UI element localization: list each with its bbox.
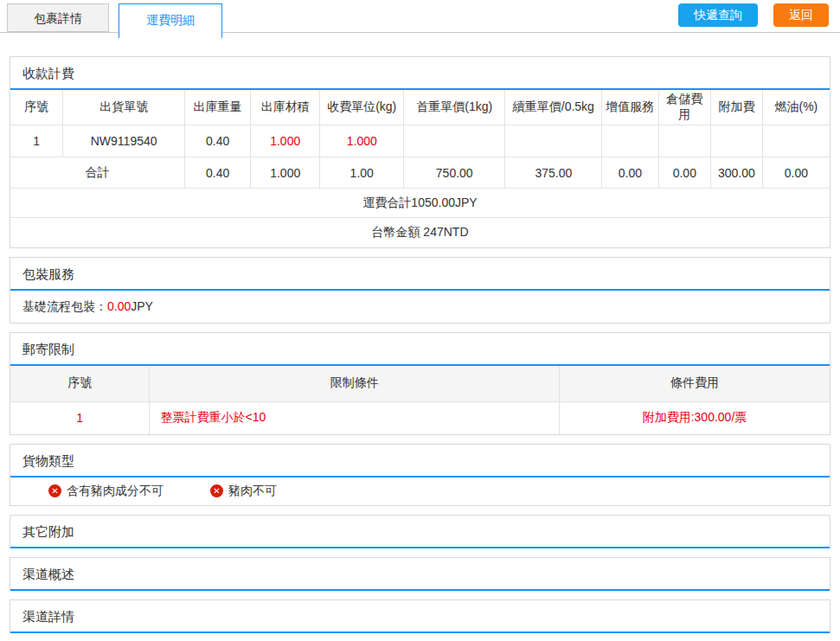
cell-seq: 1 (10, 125, 63, 157)
cargo-type-label: 豬肉不可 (228, 484, 277, 499)
packaging-item-currency: JPY (131, 299, 153, 313)
billing-total-row: 合計 0.40 1.000 1.00 750.00 375.00 0.00 0.… (10, 157, 830, 189)
limit-condition: 整票計費重小於<10 (150, 402, 560, 434)
col-shipment-no: 出貨單號 (63, 90, 185, 125)
total-fuel: 0.00 (762, 157, 830, 189)
channel-overview-section-title: 渠道概述 (10, 558, 830, 591)
back-button[interactable]: 返回 (773, 3, 829, 27)
cell-empty (404, 125, 505, 157)
col-limit-fee: 條件費用 (559, 366, 830, 402)
section-packaging: 包裝服務 基礎流程包裝：0.00JPY (10, 257, 830, 324)
limits-header-row: 序號 限制條件 條件費用 (10, 366, 830, 402)
mailing-limits-section-title: 郵寄限制 (10, 333, 830, 366)
cell-empty (762, 125, 830, 157)
section-channel-details: 渠道詳情 (10, 599, 830, 633)
section-cargo-types: 貨物類型 ✕ 含有豬肉成分不可 ✕ 豬肉不可 (10, 444, 830, 506)
total-charge-unit: 1.00 (320, 157, 404, 189)
section-other-additions: 其它附加 (10, 515, 830, 548)
cargo-type-item: ✕ 含有豬肉成分不可 (48, 484, 164, 499)
billing-table: 序號 出貨單號 出庫重量 出庫材積 收費單位(kg) 首重單價(1kg) 續重單… (10, 90, 830, 247)
total-additional-weight-price: 375.00 (505, 157, 602, 189)
freight-total-row: 運費合計1050.00JPY (10, 189, 830, 218)
packaging-section-title: 包裝服務 (10, 258, 830, 291)
cargo-type-item: ✕ 豬肉不可 (210, 484, 277, 499)
col-surcharge: 附加費 (711, 90, 763, 125)
section-channel-overview: 渠道概述 (10, 557, 830, 591)
tab-bar: 包裹詳情 運費明細 快遞查詢 返回 (0, 0, 840, 38)
limit-fee: 附加費用:300.00/票 (559, 402, 830, 434)
cargo-types-section-title: 貨物類型 (10, 445, 830, 478)
mailing-limits-table: 序號 限制條件 條件費用 1 整票計費重小於<10 附加費用:300.00/票 (10, 366, 830, 434)
total-first-weight-price: 750.00 (404, 157, 505, 189)
col-fuel: 燃油(%) (762, 90, 830, 125)
billing-header-row: 序號 出貨單號 出庫重量 出庫材積 收費單位(kg) 首重單價(1kg) 續重單… (10, 90, 830, 125)
total-surcharge: 300.00 (711, 157, 763, 189)
cell-charge-unit: 1.000 (320, 125, 404, 157)
tab-package-details[interactable]: 包裹詳情 (7, 3, 109, 32)
total-out-weight: 0.40 (185, 157, 251, 189)
cell-empty (602, 125, 658, 157)
section-mailing-limits: 郵寄限制 序號 限制條件 條件費用 1 整票計費重小於<10 附加費用:300.… (10, 332, 830, 435)
limits-data-row: 1 整票計費重小於<10 附加費用:300.00/票 (10, 402, 830, 434)
billing-section-title: 收款計費 (10, 57, 830, 90)
total-value-added-service: 0.00 (602, 157, 658, 189)
billing-data-row: 1 NW9119540 0.40 1.000 1.000 (10, 125, 830, 157)
express-query-button[interactable]: 快遞查詢 (678, 3, 758, 27)
other-additions-section-title: 其它附加 (10, 516, 830, 548)
cell-out-volume: 1.000 (250, 125, 319, 157)
cargo-types-list: ✕ 含有豬肉成分不可 ✕ 豬肉不可 (10, 478, 830, 505)
twd-amount-row: 台幣金額 247NTD (10, 218, 830, 247)
packaging-item: 基礎流程包裝：0.00JPY (10, 291, 830, 323)
col-out-volume: 出庫材積 (250, 90, 319, 125)
limit-seq: 1 (10, 402, 150, 434)
total-label: 合計 (10, 157, 185, 189)
cargo-type-label: 含有豬肉成分不可 (67, 484, 164, 499)
section-billing: 收款計費 序號 出貨單號 出庫重量 出庫材積 收費單位(kg) 首重單價(1kg… (10, 56, 830, 248)
packaging-item-value: 0.00 (107, 299, 131, 313)
total-out-volume: 1.000 (250, 157, 319, 189)
col-value-added-service: 增值服務 (602, 90, 658, 125)
forbidden-icon: ✕ (210, 484, 223, 497)
col-charge-unit: 收費單位(kg) (320, 90, 404, 125)
forbidden-icon: ✕ (48, 484, 61, 497)
topbar-buttons: 快遞查詢 返回 (678, 3, 829, 27)
cell-empty (505, 125, 602, 157)
cell-out-weight: 0.40 (185, 125, 251, 157)
cell-shipment-no: NW9119540 (63, 125, 185, 157)
main-content: 收款計費 序號 出貨單號 出庫重量 出庫材積 收費單位(kg) 首重單價(1kg… (0, 38, 840, 633)
col-additional-weight-price: 續重單價/0.5kg (505, 90, 602, 125)
col-out-weight: 出庫重量 (185, 90, 251, 125)
packaging-item-label: 基礎流程包裝： (22, 299, 107, 313)
col-first-weight-price: 首重單價(1kg) (404, 90, 505, 125)
tab-freight-details[interactable]: 運費明細 (119, 3, 222, 38)
freight-total-text: 運費合計1050.00JPY (10, 189, 830, 218)
col-storage-fee: 倉儲費用 (658, 90, 711, 125)
twd-amount-text: 台幣金額 247NTD (10, 218, 830, 247)
col-limit-condition: 限制條件 (150, 366, 560, 402)
col-limit-seq: 序號 (10, 366, 150, 402)
total-storage-fee: 0.00 (658, 157, 711, 189)
col-seq: 序號 (10, 90, 63, 125)
cell-empty (711, 125, 763, 157)
cell-empty (658, 125, 711, 157)
channel-details-section-title: 渠道詳情 (10, 600, 830, 633)
